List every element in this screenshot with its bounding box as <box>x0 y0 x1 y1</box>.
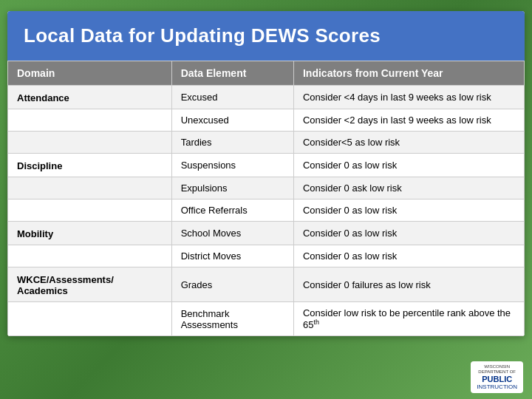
cell-data-element: Expulsions <box>171 177 293 200</box>
cell-domain <box>8 177 172 200</box>
table-header-row: Domain Data Element Indicators from Curr… <box>8 61 525 86</box>
cell-domain: Attendance <box>8 86 172 109</box>
cell-domain: Mobility <box>8 222 172 245</box>
table-row: ExpulsionsConsider 0 ask low risk <box>8 177 525 200</box>
cell-data-element: Unexcused <box>171 109 293 132</box>
cell-indicator: Consider <2 days in last 9 weeks as low … <box>293 109 524 132</box>
page-title: Local Data for Updating DEWS Scores <box>24 24 508 47</box>
cell-data-element: Tardies <box>171 132 293 154</box>
cell-data-element: District Moves <box>171 245 293 267</box>
cell-indicator: Consider 0 ask low risk <box>293 177 524 200</box>
cell-data-element: Suspensions <box>171 154 293 177</box>
table-row: DisciplineSuspensionsConsider 0 as low r… <box>8 154 525 177</box>
logo-top-text: WISCONSINDEPARTMENT OF <box>478 364 516 375</box>
cell-indicator: Consider 0 as low risk <box>293 245 524 267</box>
table-row: TardiesConsider<5 as low risk <box>8 132 525 154</box>
table-row: Benchmark AssessmentsConsider low risk t… <box>8 302 525 336</box>
cell-domain <box>8 302 172 336</box>
slide-container: Local Data for Updating DEWS Scores Doma… <box>7 11 525 336</box>
table-row: MobilitySchool MovesConsider 0 as low ri… <box>8 222 525 245</box>
cell-data-element: Grades <box>171 267 293 302</box>
table-row: District MovesConsider 0 as low risk <box>8 245 525 267</box>
cell-domain: Discipline <box>8 154 172 177</box>
cell-indicator: Consider 0 as low risk <box>293 154 524 177</box>
col-header-element: Data Element <box>171 61 293 86</box>
cell-domain <box>8 245 172 267</box>
table-row: WKCE/Assessments/ AcademicsGradesConside… <box>8 267 525 302</box>
logo-box: WISCONSINDEPARTMENT OF PUBLIC INSTRUCTIO… <box>471 361 523 393</box>
col-header-domain: Domain <box>8 61 172 86</box>
cell-indicator: Consider low risk to be percentile rank … <box>293 302 524 336</box>
cell-data-element: School Moves <box>171 222 293 245</box>
cell-data-element: Benchmark Assessments <box>171 302 293 336</box>
cell-domain <box>8 200 172 222</box>
data-table: Domain Data Element Indicators from Curr… <box>7 61 525 336</box>
table-row: AttendanceExcusedConsider <4 days in las… <box>8 86 525 109</box>
cell-domain: WKCE/Assessments/ Academics <box>8 267 172 302</box>
cell-data-element: Excused <box>171 86 293 109</box>
cell-indicator: Consider 0 failures as low risk <box>293 267 524 302</box>
table-row: Office ReferralsConsider 0 as low risk <box>8 200 525 222</box>
title-bar: Local Data for Updating DEWS Scores <box>7 11 525 61</box>
cell-domain <box>8 132 172 154</box>
cell-domain <box>8 109 172 132</box>
logo-sub: INSTRUCTION <box>477 383 517 390</box>
cell-indicator: Consider <4 days in last 9 weeks as low … <box>293 86 524 109</box>
cell-indicator: Consider 0 as low risk <box>293 200 524 222</box>
logo-area: WISCONSINDEPARTMENT OF PUBLIC INSTRUCTIO… <box>471 361 523 393</box>
cell-data-element: Office Referrals <box>171 200 293 222</box>
table-row: UnexcusedConsider <2 days in last 9 week… <box>8 109 525 132</box>
cell-indicator: Consider<5 as low risk <box>293 132 524 154</box>
col-header-indicators: Indicators from Current Year <box>293 61 524 86</box>
cell-indicator: Consider 0 as low risk <box>293 222 524 245</box>
logo-main: PUBLIC <box>482 375 512 383</box>
